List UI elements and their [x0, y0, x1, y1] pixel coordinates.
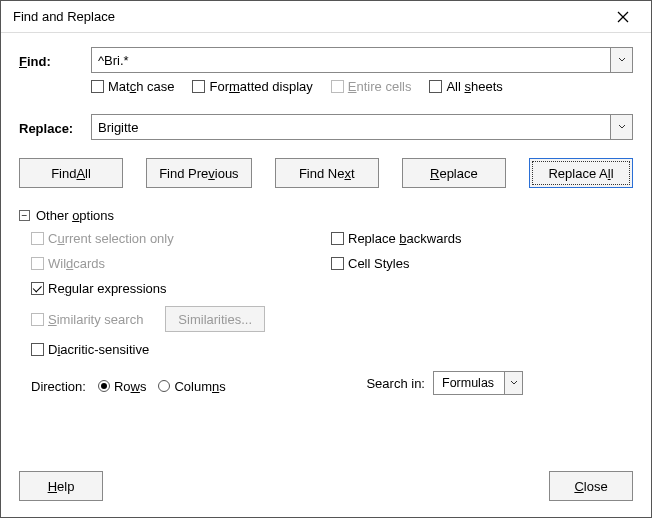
- replace-dropdown-button[interactable]: [610, 115, 632, 139]
- cell-styles-checkbox[interactable]: Cell Styles: [331, 256, 633, 271]
- find-next-button[interactable]: Find Next: [275, 158, 379, 188]
- chevron-down-icon: [618, 124, 626, 130]
- similarities-button: Similarities...: [165, 306, 265, 332]
- replace-button[interactable]: Replace: [402, 158, 506, 188]
- formatted-display-checkbox[interactable]: Formatted display: [192, 79, 312, 94]
- help-button[interactable]: Help: [19, 471, 103, 501]
- wildcards-checkbox: Wildcards: [31, 256, 331, 271]
- find-all-button[interactable]: Find All: [19, 158, 123, 188]
- find-input[interactable]: [92, 48, 610, 72]
- replace-all-button[interactable]: Replace All: [529, 158, 633, 188]
- collapse-icon: −: [19, 210, 30, 221]
- direction-rows-radio[interactable]: Rows: [98, 379, 147, 394]
- other-options-header[interactable]: − Other options: [19, 208, 633, 223]
- similarity-search-checkbox: Similarity search: [31, 312, 143, 327]
- regex-checkbox[interactable]: Regular expressions: [31, 281, 331, 296]
- find-label: Find:: [19, 52, 91, 69]
- entire-cells-checkbox: Entire cells: [331, 79, 412, 94]
- window-title: Find and Replace: [13, 9, 115, 24]
- find-dropdown-button[interactable]: [610, 48, 632, 72]
- match-case-checkbox[interactable]: Match case: [91, 79, 174, 94]
- find-replace-dialog: Find and Replace Find: Match case Format…: [0, 0, 652, 518]
- search-in-label: Search in:: [366, 376, 425, 391]
- direction-label: Direction:: [31, 379, 86, 394]
- replace-backwards-checkbox[interactable]: Replace backwards: [331, 231, 633, 246]
- all-sheets-checkbox[interactable]: All sheets: [429, 79, 502, 94]
- replace-input[interactable]: [92, 115, 610, 139]
- chevron-down-icon: [510, 380, 518, 386]
- direction-columns-radio[interactable]: Columns: [158, 379, 225, 394]
- chevron-down-icon: [618, 57, 626, 63]
- replace-label: Replace:: [19, 119, 91, 136]
- titlebar: Find and Replace: [1, 1, 651, 33]
- search-in-select[interactable]: Formulas: [433, 371, 523, 395]
- search-in-dropdown-button[interactable]: [504, 372, 522, 394]
- close-icon: [617, 11, 629, 23]
- find-combo[interactable]: [91, 47, 633, 73]
- window-close-button[interactable]: [603, 2, 643, 32]
- diacritic-checkbox[interactable]: Diacritic-sensitive: [31, 342, 331, 357]
- close-button[interactable]: Close: [549, 471, 633, 501]
- find-previous-button[interactable]: Find Previous: [146, 158, 252, 188]
- current-selection-checkbox: Current selection only: [31, 231, 331, 246]
- replace-combo[interactable]: [91, 114, 633, 140]
